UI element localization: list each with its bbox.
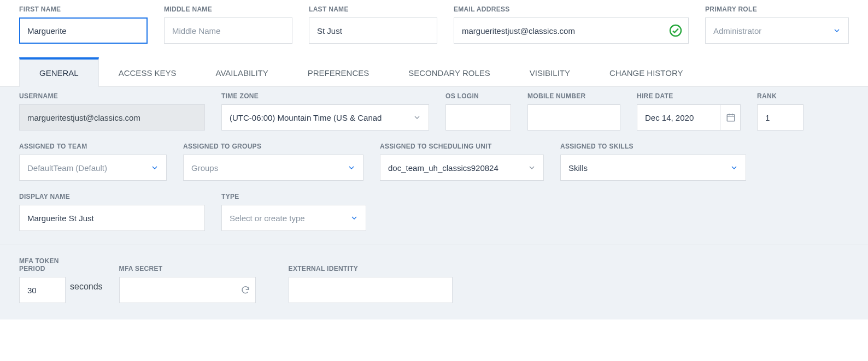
team-select[interactable] [19,155,167,181]
tab-change-history[interactable]: CHANGE HISTORY [590,57,702,86]
mfa-token-label: MFA TOKEN PERIOD [19,257,66,273]
tab-availability[interactable]: AVAILABILITY [196,57,288,86]
os-login-group: OS LOGIN [445,92,511,131]
groups-group: ASSIGNED TO GROUPS [183,143,363,181]
external-identity-input[interactable] [289,277,453,303]
mfa-token-group: MFA TOKEN PERIOD [19,257,66,303]
timezone-label: TIME ZONE [221,92,429,100]
external-identity-group: EXTERNAL IDENTITY [289,265,453,303]
email-input[interactable] [454,17,689,44]
mfa-token-input[interactable] [19,277,66,303]
mfa-secret-group: MFA SECRET [119,265,256,303]
skills-label: ASSIGNED TO SKILLS [560,143,746,150]
last-name-label: LAST NAME [309,5,437,13]
os-login-label: OS LOGIN [445,92,511,100]
display-name-label: DISPLAY NAME [19,193,205,200]
username-group: USERNAME [19,92,205,131]
type-select[interactable] [221,205,366,231]
calendar-icon[interactable] [720,104,741,131]
hire-date-group: HIRE DATE [637,92,741,131]
os-login-input[interactable] [445,104,511,131]
username-input [19,104,205,131]
timezone-select[interactable] [221,104,429,131]
groups-select[interactable] [183,155,363,181]
hire-date-label: HIRE DATE [637,92,741,100]
skills-select[interactable] [560,155,746,181]
groups-label: ASSIGNED TO GROUPS [183,143,363,150]
middle-name-group: MIDDLE NAME [164,5,292,44]
last-name-group: LAST NAME [309,5,437,44]
sched-unit-label: ASSIGNED TO SCHEDULING UNIT [380,143,544,150]
svg-rect-1 [727,115,735,121]
tab-general[interactable]: GENERAL [19,57,99,87]
display-name-group: DISPLAY NAME [19,193,205,231]
team-label: ASSIGNED TO TEAM [19,143,167,150]
refresh-icon[interactable] [241,285,250,295]
rank-group: RANK [757,92,804,131]
tab-access-keys[interactable]: ACCESS KEYS [99,57,196,86]
type-label: TYPE [221,193,366,200]
first-name-input[interactable] [19,17,148,44]
primary-role-group: PRIMARY ROLE [705,5,849,44]
type-group: TYPE [221,193,366,231]
first-name-label: FIRST NAME [19,5,148,13]
check-circle-icon [669,24,682,37]
primary-role-label: PRIMARY ROLE [705,5,849,13]
middle-name-label: MIDDLE NAME [164,5,292,13]
skills-group: ASSIGNED TO SKILLS [560,143,746,181]
first-name-group: FIRST NAME [19,5,148,44]
seconds-label: seconds [70,282,103,292]
mfa-section: MFA TOKEN PERIOD seconds MFA SECRET EXTE… [0,245,868,319]
primary-role-select[interactable] [705,17,849,44]
external-identity-label: EXTERNAL IDENTITY [289,265,453,273]
tab-preferences[interactable]: PREFERENCES [288,57,389,86]
sched-unit-select[interactable] [380,155,544,181]
sched-unit-group: ASSIGNED TO SCHEDULING UNIT [380,143,544,181]
email-label: EMAIL ADDRESS [454,5,689,13]
email-group: EMAIL ADDRESS [454,5,689,44]
username-label: USERNAME [19,92,205,100]
mfa-secret-label: MFA SECRET [119,265,256,273]
tab-secondary-roles[interactable]: SECONDARY ROLES [389,57,510,86]
team-group: ASSIGNED TO TEAM [19,143,167,181]
rank-label: RANK [757,92,804,100]
mobile-input[interactable] [527,104,620,131]
timezone-group: TIME ZONE [221,92,429,131]
last-name-input[interactable] [309,17,437,44]
identity-row: FIRST NAME MIDDLE NAME LAST NAME EMAIL A… [0,0,868,57]
tab-visibility[interactable]: VISIBILITY [510,57,590,86]
tab-bar: GENERAL ACCESS KEYS AVAILABILITY PREFERE… [0,57,868,87]
general-panel: USERNAME TIME ZONE OS LOGIN MOBILE NUMBE… [0,87,868,245]
middle-name-input[interactable] [164,17,292,44]
mobile-group: MOBILE NUMBER [527,92,620,131]
rank-input[interactable] [757,104,804,131]
mobile-label: MOBILE NUMBER [527,92,620,100]
display-name-input[interactable] [19,205,205,231]
mfa-secret-input[interactable] [119,277,256,303]
